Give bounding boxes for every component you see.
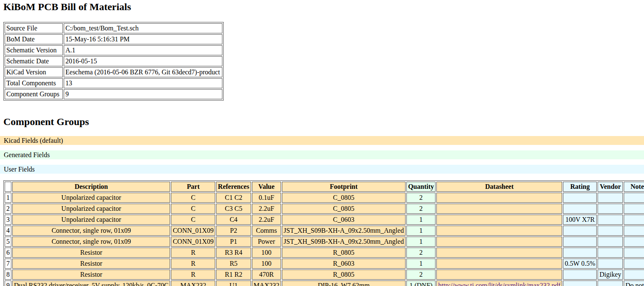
legend-bar: Generated Fields bbox=[0, 150, 644, 159]
info-table-body: Source File C:/bom_test/Bom_Test.sch BoM… bbox=[5, 23, 222, 99]
cell-value: Power bbox=[252, 237, 281, 247]
row-index: 4 bbox=[5, 226, 11, 236]
cell-part: MAX232 bbox=[171, 281, 215, 286]
cell-rating: 100V X7R bbox=[563, 215, 597, 225]
column-header-value: Value bbox=[252, 182, 281, 192]
column-header-vendor: Vendor bbox=[598, 182, 623, 192]
row-index: 8 bbox=[5, 270, 11, 280]
cell-vendor bbox=[598, 204, 623, 214]
column-header-datasheet: Datasheet bbox=[436, 182, 562, 192]
cell-vendor bbox=[598, 259, 623, 269]
bom-table-body: 1Unpolarized capacitorCC1 C20.1uFC_08052… bbox=[5, 193, 644, 286]
info-label: Schematic Version bbox=[5, 45, 63, 55]
cell-part: R bbox=[171, 259, 215, 269]
cell-footprint: JST_XH_S09B-XH-A_09x2.50mm_Angled bbox=[282, 226, 406, 236]
cell-part: R bbox=[171, 248, 215, 258]
cell-description: Unpolarized capacitor bbox=[12, 215, 170, 225]
cell-value: Comms bbox=[252, 226, 281, 236]
cell-references: P2 bbox=[216, 226, 251, 236]
cell-part: C bbox=[171, 215, 215, 225]
info-label: Total Components bbox=[5, 78, 63, 88]
cell-footprint: C_0805 bbox=[282, 193, 406, 203]
cell-rating bbox=[563, 193, 597, 203]
bom-row: 2Unpolarized capacitorCC3 C52.2uFC_08052 bbox=[5, 204, 644, 214]
column-header-references: References bbox=[216, 182, 251, 192]
cell-rating bbox=[563, 237, 597, 247]
bom-row: 1Unpolarized capacitorCC1 C20.1uFC_08052 bbox=[5, 193, 644, 203]
cell-value: MAX232 bbox=[252, 281, 281, 286]
cell-quantity: 1 bbox=[406, 259, 436, 269]
bom-row: 5Connector, single row, 01x09CONN_01X09P… bbox=[5, 237, 644, 247]
info-value: C:/bom_test/Bom_Test.sch bbox=[64, 23, 222, 33]
info-row: BoM Date 15-May-16 5:16:31 PM bbox=[5, 34, 222, 44]
row-index: 5 bbox=[5, 237, 11, 247]
bom-header-row: DescriptionPartReferencesValueFootprintQ… bbox=[5, 182, 644, 192]
cell-part: R bbox=[171, 270, 215, 280]
info-row: KiCad Version Eeschema (2016-05-06 BZR 6… bbox=[5, 67, 222, 77]
cell-vendor bbox=[598, 248, 623, 258]
cell-footprint: C_0805 bbox=[282, 204, 406, 214]
cell-part: C bbox=[171, 193, 215, 203]
cell-value: 2.2uF bbox=[252, 204, 281, 214]
cell-description: Connector, single row, 01x09 bbox=[12, 226, 170, 236]
cell-references: R1 R2 bbox=[216, 270, 251, 280]
cell-references: C3 C5 bbox=[216, 204, 251, 214]
cell-footprint: C_0603 bbox=[282, 215, 406, 225]
column-header-description: Description bbox=[12, 182, 170, 192]
cell-quantity: 2 bbox=[406, 193, 436, 203]
info-row: Component Groups 9 bbox=[5, 89, 222, 99]
info-value: 9 bbox=[64, 89, 222, 99]
bom-report-page: KiBoM PCB Bill of Materials Source File … bbox=[0, 1, 644, 286]
cell-references: R3 R4 bbox=[216, 248, 251, 258]
info-table: Source File C:/bom_test/Bom_Test.sch BoM… bbox=[3, 22, 224, 101]
cell-description: Resistor bbox=[12, 259, 170, 269]
cell-references: P1 bbox=[216, 237, 251, 247]
cell-description: Dual RS232 driver/receiver, 5V supply, 1… bbox=[12, 281, 170, 286]
cell-quantity: 1 bbox=[406, 237, 436, 247]
column-header-footprint: Footprint bbox=[282, 182, 406, 192]
cell-value: 2.2uF bbox=[252, 215, 281, 225]
cell-notes bbox=[624, 215, 644, 225]
cell-value: 0.1uF bbox=[252, 193, 281, 203]
info-value: 13 bbox=[64, 78, 222, 88]
cell-value: 470R bbox=[252, 270, 281, 280]
info-row: Schematic Version A.1 bbox=[5, 45, 222, 55]
cell-vendor bbox=[598, 193, 623, 203]
cell-part: C bbox=[171, 204, 215, 214]
cell-notes bbox=[624, 248, 644, 258]
cell-datasheet: http://www.ti.com/lit/ds/symlink/max232.… bbox=[436, 281, 562, 286]
bom-row: 8ResistorRR1 R2470RR_08052Digikey bbox=[5, 270, 644, 280]
info-value: A.1 bbox=[64, 45, 222, 55]
cell-datasheet bbox=[436, 259, 562, 269]
cell-description: Resistor bbox=[12, 270, 170, 280]
column-header-part: Part bbox=[171, 182, 215, 192]
cell-vendor bbox=[598, 237, 623, 247]
cell-datasheet bbox=[436, 237, 562, 247]
cell-footprint: R_0805 bbox=[282, 248, 406, 258]
cell-references: C1 C2 bbox=[216, 193, 251, 203]
bom-row: 3Unpolarized capacitorCC42.2uFC_06031100… bbox=[5, 215, 644, 225]
cell-notes bbox=[624, 259, 644, 269]
info-row: Source File C:/bom_test/Bom_Test.sch bbox=[5, 23, 222, 33]
row-index: 1 bbox=[5, 193, 11, 203]
cell-notes bbox=[624, 226, 644, 236]
cell-description: Connector, single row, 01x09 bbox=[12, 237, 170, 247]
legend: Kicad Fields (default) Generated Fields … bbox=[0, 136, 644, 174]
cell-vendor bbox=[598, 281, 623, 286]
bom-row: 9Dual RS232 driver/receiver, 5V supply, … bbox=[5, 281, 644, 286]
cell-rating bbox=[563, 270, 597, 280]
datasheet-link[interactable]: http://www.ti.com/lit/ds/symlink/max232.… bbox=[438, 282, 560, 286]
cell-description: Resistor bbox=[12, 248, 170, 258]
cell-notes bbox=[624, 270, 644, 280]
row-index: 6 bbox=[5, 248, 11, 258]
cell-description: Unpolarized capacitor bbox=[12, 204, 170, 214]
info-label: Component Groups bbox=[5, 89, 63, 99]
row-index: 2 bbox=[5, 204, 11, 214]
cell-datasheet bbox=[436, 215, 562, 225]
cell-description: Unpolarized capacitor bbox=[12, 193, 170, 203]
cell-datasheet bbox=[436, 193, 562, 203]
cell-value: 100 bbox=[252, 248, 281, 258]
info-label: Schematic Date bbox=[5, 56, 63, 66]
bom-row: 6ResistorRR3 R4100R_08052 bbox=[5, 248, 644, 258]
bom-row: 7ResistorRR5100R_060310.5W 0.5% bbox=[5, 259, 644, 269]
